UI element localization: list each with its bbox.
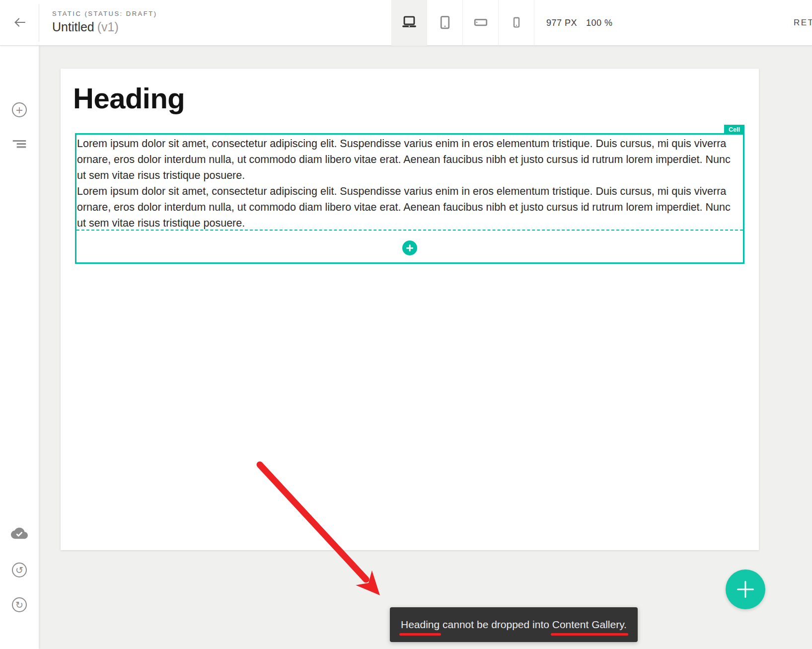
tooltip-target: Content Gallery. xyxy=(552,619,627,631)
add-in-cell-button[interactable] xyxy=(402,241,417,255)
page-structure-button[interactable] xyxy=(11,137,27,152)
save-status xyxy=(11,527,28,542)
mobile-portrait-icon xyxy=(510,16,523,30)
viewport-info: 977 PX 100 % xyxy=(546,0,613,46)
undo-button[interactable]: ↺ xyxy=(12,563,27,577)
tablet-portrait-icon xyxy=(438,15,452,31)
cell-badge: Cell xyxy=(724,125,744,135)
device-tab-mobile-portrait[interactable] xyxy=(499,0,534,46)
heading-component[interactable]: Heading xyxy=(73,81,185,115)
device-tab-group xyxy=(391,0,534,46)
cell-paragraph[interactable]: Lorem ipsum dolor sit amet, consectetur … xyxy=(77,183,740,231)
selected-cell[interactable]: Cell Lorem ipsum dolor sit amet, consect… xyxy=(75,133,744,264)
viewport-width-label: 977 PX xyxy=(546,18,577,28)
laptop-icon xyxy=(401,14,418,32)
status-label: STATIC (STATUS: DRAFT) xyxy=(52,10,157,17)
drop-indicator-line xyxy=(76,230,743,231)
cloud-saved-icon xyxy=(11,527,28,542)
plus-icon xyxy=(402,241,417,255)
undo-icon: ↺ xyxy=(12,563,27,577)
redo-icon: ↻ xyxy=(12,597,27,612)
tooltip-connector: cannot be dropped into xyxy=(440,619,552,630)
outline-list-icon xyxy=(11,137,27,152)
device-tab-mobile-landscape[interactable] xyxy=(463,0,499,46)
device-tab-laptop[interactable] xyxy=(391,0,427,46)
tooltip-subject: Heading xyxy=(401,619,440,631)
arrow-left-icon xyxy=(12,15,27,31)
mobile-landscape-icon xyxy=(473,15,488,31)
editor-canvas: Heading Cell Lorem ipsum dolor sit amet,… xyxy=(39,46,812,649)
review-button[interactable]: RET xyxy=(794,0,812,46)
page-title: Untitled(v1) xyxy=(52,20,157,34)
add-circle-icon: + xyxy=(12,102,27,117)
cell-paragraph[interactable]: Lorem ipsum dolor sit amet, consectetur … xyxy=(77,136,740,183)
page-preview: Heading Cell Lorem ipsum dolor sit amet,… xyxy=(61,69,759,550)
back-button[interactable] xyxy=(9,12,31,34)
tooltip-message: Heading cannot be dropped into Content G… xyxy=(401,619,627,631)
add-component-fab[interactable] xyxy=(726,569,765,609)
zoom-level-label: 100 % xyxy=(586,18,613,28)
page-editor: STATIC (STATUS: DRAFT) Untitled(v1) 977 … xyxy=(0,0,812,649)
redo-button[interactable]: ↻ xyxy=(12,597,27,612)
sidebar: + ↺ ↻ xyxy=(0,46,39,649)
plus-icon xyxy=(726,569,765,609)
header-bar: STATIC (STATUS: DRAFT) Untitled(v1) 977 … xyxy=(0,0,812,46)
drop-error-tooltip: Heading cannot be dropped into Content G… xyxy=(390,607,638,642)
document-title-block: STATIC (STATUS: DRAFT) Untitled(v1) xyxy=(52,10,157,34)
version-label: (v1) xyxy=(97,20,119,34)
cell-text: Lorem ipsum dolor sit amet, consectetur … xyxy=(77,136,740,231)
divider xyxy=(39,4,39,42)
device-tab-tablet-portrait[interactable] xyxy=(427,0,463,46)
add-component-button[interactable]: + xyxy=(12,102,27,117)
